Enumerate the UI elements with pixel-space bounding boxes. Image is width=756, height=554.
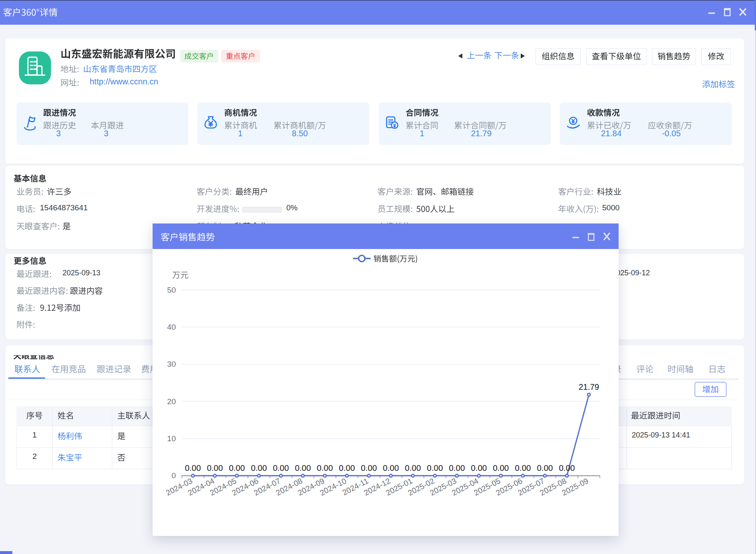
svg-text:0.00: 0.00 xyxy=(537,463,553,472)
svg-text:0.00: 0.00 xyxy=(206,463,223,472)
svg-text:0.00: 0.00 xyxy=(515,463,531,472)
svg-text:0.00: 0.00 xyxy=(493,463,509,472)
svg-text:0.00: 0.00 xyxy=(229,463,245,472)
svg-text:20: 20 xyxy=(167,397,176,405)
svg-text:50: 50 xyxy=(167,285,176,294)
svg-text:0.00: 0.00 xyxy=(405,463,421,472)
svg-text:0.00: 0.00 xyxy=(339,463,355,472)
svg-text:0.00: 0.00 xyxy=(295,463,311,472)
svg-text:40: 40 xyxy=(167,323,176,331)
svg-text:0.00: 0.00 xyxy=(273,463,289,472)
svg-text:0: 0 xyxy=(171,471,176,480)
svg-text:0.00: 0.00 xyxy=(383,463,399,472)
svg-text:0.00: 0.00 xyxy=(361,463,377,472)
svg-text:0.00: 0.00 xyxy=(185,463,201,472)
svg-text:0.00: 0.00 xyxy=(427,463,443,472)
svg-text:0.00: 0.00 xyxy=(471,463,487,472)
svg-text:30: 30 xyxy=(167,360,176,368)
svg-text:0.00: 0.00 xyxy=(449,463,465,472)
svg-text:10: 10 xyxy=(167,434,176,443)
svg-text:0.00: 0.00 xyxy=(250,463,267,472)
svg-text:0.00: 0.00 xyxy=(559,463,575,472)
svg-text:21.79: 21.79 xyxy=(578,382,599,391)
svg-text:0.00: 0.00 xyxy=(317,463,333,472)
